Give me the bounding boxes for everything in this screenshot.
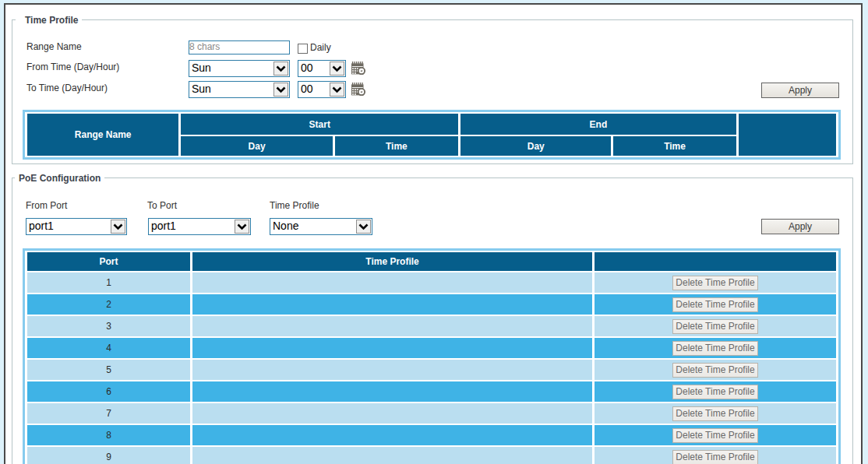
poe-time-profile-label: Time Profile <box>270 200 319 211</box>
port-row-8: 8 Delete Time Profile <box>27 425 836 445</box>
delete-time-profile-button[interactable]: Delete Time Profile <box>672 276 758 290</box>
range-name-label: Range Name <box>26 41 82 52</box>
to-day-value: Sun <box>192 83 211 95</box>
col-header-start-day: Day <box>181 136 332 156</box>
to-port-select[interactable]: port1 <box>148 218 251 235</box>
from-day-select[interactable]: Sun <box>189 60 290 77</box>
port-time-profile <box>192 338 592 358</box>
col-header-time-profile: Time Profile <box>192 252 592 271</box>
port-action: Delete Time Profile <box>595 338 836 358</box>
delete-time-profile-button[interactable]: Delete Time Profile <box>672 385 758 399</box>
col-header-end-day: Day <box>460 136 611 156</box>
col-header-action <box>595 252 836 271</box>
daily-checkbox[interactable] <box>298 44 308 54</box>
port-row-2: 2 Delete Time Profile <box>27 294 836 315</box>
from-port-select[interactable]: port1 <box>26 218 127 235</box>
col-header-start-time: Time <box>335 136 458 156</box>
port-action: Delete Time Profile <box>595 425 836 445</box>
port-action: Delete Time Profile <box>595 381 836 402</box>
time-profile-legend: Time Profile <box>16 15 82 26</box>
delete-time-profile-button[interactable]: Delete Time Profile <box>672 428 758 443</box>
port-time-profile <box>192 447 592 464</box>
poe-time-profile-dropdown-button[interactable] <box>356 220 371 234</box>
from-port-value: port1 <box>29 220 54 232</box>
port-number: 9 <box>27 447 190 464</box>
port-time-profile <box>192 272 592 293</box>
port-number: 3 <box>27 316 190 336</box>
to-time-label: To Time (Day/Hour) <box>26 83 108 93</box>
delete-time-profile-button[interactable]: Delete Time Profile <box>672 297 758 312</box>
from-hour-value: 00 <box>301 62 313 74</box>
port-row-7: 7 Delete Time Profile <box>27 403 836 424</box>
to-day-select[interactable]: Sun <box>189 81 290 98</box>
poe-table-grid: Port Time Profile 1 Delete Time Profile … <box>25 251 838 464</box>
port-time-profile <box>192 403 592 424</box>
chevron-down-icon <box>330 62 344 75</box>
port-number: 7 <box>27 403 190 424</box>
port-row-3: 3 Delete Time Profile <box>27 316 836 336</box>
time-profile-apply-button[interactable]: Apply <box>761 83 839 98</box>
port-number: 5 <box>27 360 190 380</box>
poe-time-profile-value: None <box>273 220 298 232</box>
col-header-empty <box>739 114 836 156</box>
col-header-end-time: Time <box>613 136 736 156</box>
port-number: 1 <box>27 272 190 293</box>
port-action: Delete Time Profile <box>595 447 836 464</box>
range-name-input[interactable]: 8 chars <box>189 40 290 54</box>
to-port-value: port1 <box>151 220 176 232</box>
time-profile-table-grid: Range Name Start End Day Time Day Time <box>25 112 838 157</box>
col-header-port: Port <box>27 252 190 271</box>
port-time-profile <box>192 294 592 315</box>
col-header-end: End <box>460 114 736 135</box>
port-action: Delete Time Profile <box>595 272 836 293</box>
port-row-5: 5 Delete Time Profile <box>27 360 836 380</box>
port-time-profile <box>192 360 592 380</box>
to-hour-select[interactable]: 00 <box>298 81 346 98</box>
port-action: Delete Time Profile <box>595 403 836 424</box>
poe-configuration-legend: PoE Configuration <box>15 173 104 184</box>
to-day-dropdown-button[interactable] <box>273 83 288 97</box>
daily-label: Daily <box>310 42 331 53</box>
delete-time-profile-button[interactable]: Delete Time Profile <box>672 319 758 334</box>
port-row-9: 9 Delete Time Profile <box>27 447 836 464</box>
port-action: Delete Time Profile <box>595 360 836 380</box>
to-port-dropdown-button[interactable] <box>235 220 249 234</box>
to-time-calendar-icon[interactable] <box>351 83 365 96</box>
port-row-1: 1 Delete Time Profile <box>27 272 836 293</box>
from-hour-select[interactable]: 00 <box>298 60 346 77</box>
delete-time-profile-button[interactable]: Delete Time Profile <box>672 450 758 464</box>
from-day-value: Sun <box>192 62 211 74</box>
delete-time-profile-button[interactable]: Delete Time Profile <box>672 341 758 356</box>
from-hour-dropdown-button[interactable] <box>330 62 344 76</box>
delete-time-profile-button[interactable]: Delete Time Profile <box>672 406 758 421</box>
from-day-dropdown-button[interactable] <box>273 62 288 76</box>
delete-time-profile-button[interactable]: Delete Time Profile <box>672 363 758 378</box>
port-time-profile <box>192 425 592 445</box>
col-header-start: Start <box>181 114 458 135</box>
port-time-profile <box>192 381 592 402</box>
col-header-range-name: Range Name <box>27 114 178 156</box>
from-time-calendar-icon[interactable] <box>351 62 365 75</box>
port-time-profile <box>192 316 592 336</box>
port-number: 8 <box>27 425 190 445</box>
port-number: 4 <box>27 338 190 358</box>
poe-time-profile-select[interactable]: None <box>270 218 372 235</box>
to-hour-value: 00 <box>301 83 313 95</box>
from-port-label: From Port <box>26 200 67 211</box>
poe-apply-button[interactable]: Apply <box>761 219 839 234</box>
port-row-6: 6 Delete Time Profile <box>27 381 836 402</box>
port-number: 2 <box>27 294 190 315</box>
port-action: Delete Time Profile <box>595 294 836 315</box>
port-row-4: 4 Delete Time Profile <box>27 338 836 358</box>
port-action: Delete Time Profile <box>595 316 836 336</box>
from-port-dropdown-button[interactable] <box>111 220 125 234</box>
chevron-down-icon <box>274 83 288 96</box>
to-port-label: To Port <box>147 200 177 211</box>
chevron-down-icon <box>330 83 344 96</box>
time-profile-table: Range Name Start End Day Time Day Time <box>23 110 841 160</box>
chevron-down-icon <box>235 220 249 233</box>
to-hour-dropdown-button[interactable] <box>330 83 344 97</box>
chevron-down-icon <box>274 62 288 75</box>
from-time-label: From Time (Day/Hour) <box>26 62 119 72</box>
chevron-down-icon <box>357 220 370 233</box>
